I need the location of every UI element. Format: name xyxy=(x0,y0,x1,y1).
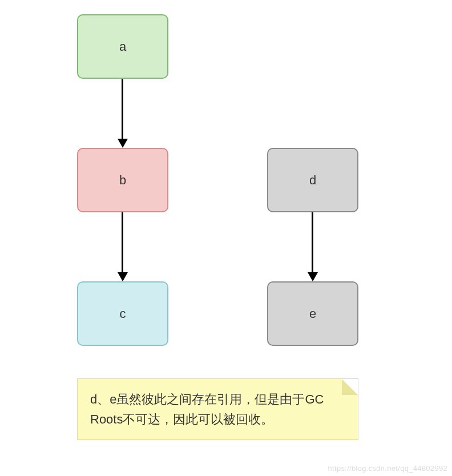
node-d-label: d xyxy=(309,173,316,188)
note: d、e虽然彼此之间存在引用，但是由于GC Roots不可达，因此可以被回收。 xyxy=(77,378,358,440)
watermark: https://blog.csdn.net/qq_44802992 xyxy=(328,464,447,473)
edge-a-b xyxy=(122,79,123,139)
arrow-head-a-b xyxy=(118,139,128,148)
node-b-label: b xyxy=(119,173,126,188)
node-e: e xyxy=(267,281,358,346)
node-c-label: c xyxy=(120,306,126,321)
node-a: a xyxy=(77,14,168,79)
edge-b-c xyxy=(122,212,123,272)
node-b: b xyxy=(77,148,168,212)
node-c: c xyxy=(77,281,168,346)
edge-d-e xyxy=(312,212,313,272)
arrow-head-d-e xyxy=(308,272,318,281)
note-text: d、e虽然彼此之间存在引用，但是由于GC Roots不可达，因此可以被回收。 xyxy=(90,392,324,426)
node-a-label: a xyxy=(119,39,126,54)
node-d: d xyxy=(267,148,358,212)
node-e-label: e xyxy=(309,306,316,321)
arrow-head-b-c xyxy=(118,272,128,281)
